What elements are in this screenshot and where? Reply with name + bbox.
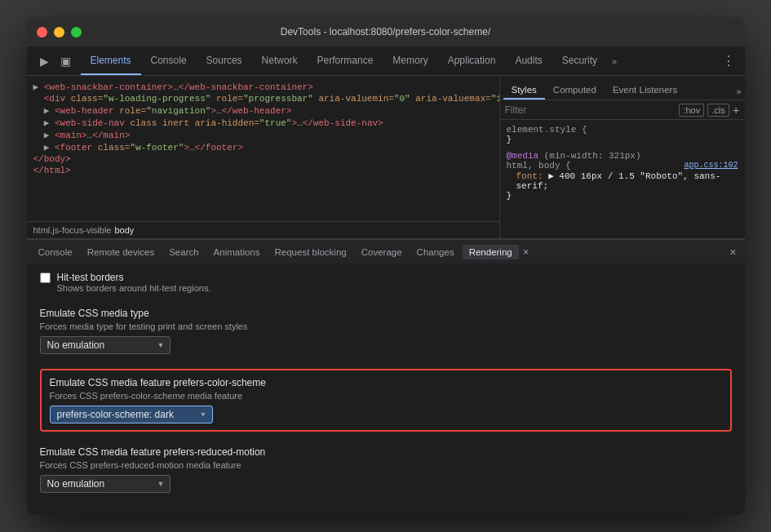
css-media-type-section: Emulate CSS media type Forces media type… <box>40 308 732 354</box>
tab-bottom-coverage[interactable]: Coverage <box>355 245 409 259</box>
style-block-element: element.style { } <box>507 125 738 144</box>
tab-icon-group: ▶ ▣ <box>30 53 81 69</box>
styles-panel: Styles Computed Event Listeners » :hov .… <box>500 76 745 238</box>
devtools-window: DevTools - localhost:8080/prefers-color-… <box>27 17 745 515</box>
tab-computed[interactable]: Computed <box>545 85 605 100</box>
style-block-media: @media (min-width: 321px) html, body { a… <box>507 151 738 201</box>
tab-elements[interactable]: Elements <box>81 47 141 75</box>
styles-content: element.style { } @media (min-width: 321… <box>500 120 745 238</box>
code-line: ▶ <web-header role="navigation">…</web-h… <box>27 104 499 117</box>
hit-test-checkbox[interactable] <box>40 273 51 283</box>
code-area[interactable]: ▶ <web-snackbar-container>…</web-snackba… <box>27 76 499 221</box>
minimize-button[interactable] <box>54 27 64 38</box>
tab-audits[interactable]: Audits <box>505 47 552 75</box>
tab-security[interactable]: Security <box>552 47 607 75</box>
breadcrumb-item-body[interactable]: body <box>114 225 134 235</box>
tab-bottom-console[interactable]: Console <box>32 245 79 259</box>
code-line: ▶ <web-snackbar-container>…</web-snackba… <box>27 81 499 93</box>
more-tabs-button[interactable]: » <box>607 56 622 66</box>
code-line: ▶ <web-side-nav class inert aria-hidden=… <box>27 117 499 129</box>
tab-application[interactable]: Application <box>438 47 506 75</box>
prefers-reduced-motion-select-wrapper: No emulation prefers-reduced-motion: red… <box>40 475 171 493</box>
prefers-reduced-motion-label: Emulate CSS media feature prefers-reduce… <box>40 446 732 458</box>
prefers-reduced-motion-select[interactable]: No emulation prefers-reduced-motion: red… <box>40 475 171 493</box>
inspect-icon[interactable]: ▶ <box>37 53 52 69</box>
hit-test-section: Hit-test borders Shows borders around hi… <box>40 272 732 293</box>
tab-bottom-search[interactable]: Search <box>162 245 205 259</box>
tab-bottom-request-blocking[interactable]: Request blocking <box>268 245 353 259</box>
hov-button[interactable]: :hov <box>679 104 704 117</box>
prefers-color-scheme-select[interactable]: No emulation prefers-color-scheme: light… <box>50 406 213 423</box>
breadcrumb-item-html[interactable]: html.js-focus-visible <box>33 225 112 235</box>
add-style-button[interactable]: + <box>733 103 740 117</box>
device-icon[interactable]: ▣ <box>57 53 74 69</box>
filter-input[interactable] <box>505 104 676 116</box>
prefers-color-scheme-label: Emulate CSS media feature prefers-color-… <box>50 377 722 388</box>
tab-sources[interactable]: Sources <box>197 47 252 75</box>
zoom-button[interactable] <box>71 27 82 38</box>
code-line: <div class="w-loading-progress" role="pr… <box>27 93 499 104</box>
css-media-type-label: Emulate CSS media type <box>40 308 732 319</box>
prefers-reduced-motion-desc: Forces CSS prefers-reduced-motion media … <box>40 460 732 470</box>
hit-test-desc: Shows borders around hit-test regions. <box>57 283 211 293</box>
prefers-color-scheme-select-wrapper: No emulation prefers-color-scheme: light… <box>50 406 213 423</box>
top-panels: ▶ <web-snackbar-container>…</web-snackba… <box>27 76 745 239</box>
panels-container: ▶ <web-snackbar-container>…</web-snackba… <box>27 76 745 515</box>
breadcrumb: html.js-focus-visible body <box>27 221 499 238</box>
filter-row: :hov .cls + <box>500 100 745 120</box>
tab-styles[interactable]: Styles <box>503 85 545 100</box>
tab-console[interactable]: Console <box>141 47 197 75</box>
prefers-color-scheme-section: Emulate CSS media feature prefers-color-… <box>40 369 732 432</box>
tab-bottom-animations[interactable]: Animations <box>207 245 267 259</box>
rendering-panel: Hit-test borders Shows borders around hi… <box>27 264 745 515</box>
tab-memory[interactable]: Memory <box>383 47 437 75</box>
close-all-bottom-tabs[interactable]: × <box>726 246 739 259</box>
prefers-color-scheme-desc: Forces CSS prefers-color-scheme media fe… <box>50 391 722 401</box>
prefers-reduced-motion-section: Emulate CSS media feature prefers-reduce… <box>40 446 732 493</box>
style-source-link[interactable]: app.css:102 <box>684 161 738 170</box>
window-title: DevTools - localhost:8080/prefers-color-… <box>281 26 490 38</box>
styles-tab-bar: Styles Computed Event Listeners » <box>500 76 745 100</box>
bottom-tab-bar: Console Remote devices Search Animations… <box>27 239 745 264</box>
tab-bottom-remote-devices[interactable]: Remote devices <box>81 245 161 259</box>
rendering-tab-close[interactable]: × <box>521 246 532 258</box>
cls-button[interactable]: .cls <box>707 104 729 117</box>
traffic-lights <box>37 27 82 38</box>
hit-test-label: Hit-test borders <box>57 272 211 283</box>
titlebar: DevTools - localhost:8080/prefers-color-… <box>27 17 745 47</box>
tab-network[interactable]: Network <box>252 47 308 75</box>
css-media-type-desc: Forces media type for testing print and … <box>40 321 732 331</box>
styles-more-tabs[interactable]: » <box>736 86 741 100</box>
tab-performance[interactable]: Performance <box>308 47 383 75</box>
tab-event-listeners[interactable]: Event Listeners <box>605 85 685 100</box>
dom-panel: ▶ <web-snackbar-container>…</web-snackba… <box>27 76 500 238</box>
close-button[interactable] <box>37 27 47 38</box>
css-media-type-select[interactable]: No emulation print screen <box>40 336 171 354</box>
hit-test-checkbox-row: Hit-test borders Shows borders around hi… <box>40 272 732 293</box>
bottom-sections: Console Remote devices Search Animations… <box>27 239 745 515</box>
code-line: </html> <box>27 165 499 176</box>
devtools-menu-button[interactable]: ⋮ <box>716 53 742 69</box>
css-media-type-select-wrapper: No emulation print screen <box>40 336 171 354</box>
code-line: </body> <box>27 153 499 165</box>
tab-bottom-rendering[interactable]: Rendering <box>463 245 519 259</box>
devtools-tab-bar: ▶ ▣ Elements Console Sources Network Per… <box>27 47 745 76</box>
tab-bottom-changes[interactable]: Changes <box>410 245 461 259</box>
code-line: ▶ <footer class="w-footer">…</footer> <box>27 141 499 153</box>
code-line: ▶ <main>…</main> <box>27 129 499 141</box>
